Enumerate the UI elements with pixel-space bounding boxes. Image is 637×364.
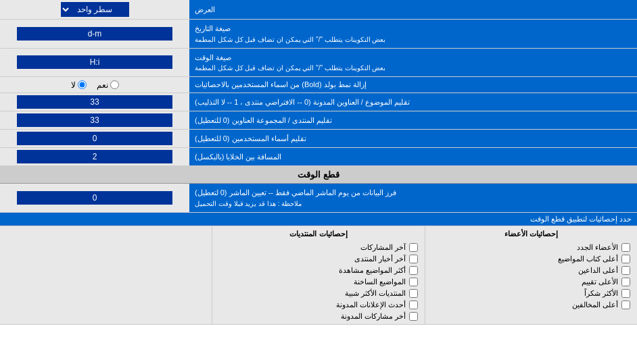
- display-label-text: العرض: [195, 5, 215, 14]
- bold-remove-controls: نعم لا: [0, 77, 189, 93]
- stats-section-label-text: حدد إحصائيات لتطبيق قطع الوقت: [530, 215, 632, 223]
- cb-last-posts-input[interactable]: [409, 243, 418, 252]
- usernames-input-wrapper: [0, 130, 189, 147]
- cb-new-members[interactable]: الأعضاء الجدد: [432, 243, 630, 252]
- topic-titles-input[interactable]: [17, 95, 172, 109]
- cutoff-main-label: فرز البيانات من يوم الماشر الماضي فقط --…: [195, 187, 396, 199]
- display-label: العرض: [189, 0, 637, 19]
- col-members-header: إحصائيات الأعضاء: [432, 230, 630, 238]
- cb-last-blog-posts-input[interactable]: [409, 312, 418, 321]
- cb-forum-news[interactable]: آخر أخبار المنتدى: [219, 255, 417, 263]
- cutoff-section-header: قطع الوقت: [0, 166, 637, 184]
- checkbox-col-forums: إحصائيات المنتديات آخر المشاركات آخر أخب…: [212, 226, 424, 324]
- time-format-sublabel: بعض التكوينات يتطلب "/" التي يمكن ان تضا…: [195, 63, 385, 73]
- cb-top-violators[interactable]: أعلى المخالفين: [432, 301, 630, 309]
- checkboxes-container: إحصائيات الأعضاء الأعضاء الجدد أعلى كتاب…: [0, 226, 637, 325]
- topic-titles-label: تقليم الموضوع / العناوين المدونة (0 -- ا…: [189, 93, 637, 111]
- stats-section-label: حدد إحصائيات لتطبيق قطع الوقت: [0, 213, 637, 226]
- cutoff-row: فرز البيانات من يوم الماشر الماضي فقط --…: [0, 184, 637, 213]
- forum-group-label-text: تقليم المنتدى / المجموعة العناوين (0 للت…: [195, 116, 332, 125]
- time-format-row: صيغة الوقت بعض التكوينات يتطلب "/" التي …: [0, 49, 637, 78]
- time-format-input-wrapper: [0, 49, 189, 77]
- forum-group-input-wrapper: [0, 111, 189, 129]
- date-format-main-label: صيغة التاريخ: [195, 23, 231, 34]
- distance-input[interactable]: [17, 150, 172, 163]
- topic-titles-label-text: تقليم الموضوع / العناوين المدونة (0 -- ا…: [195, 98, 410, 107]
- cb-most-viewed[interactable]: أكثر المواضيع مشاهدة: [219, 266, 417, 275]
- date-format-label: صيغة التاريخ بعض التكوينات يتطلب "/" الت…: [189, 20, 637, 48]
- time-format-main-label: صيغة الوقت: [195, 52, 231, 63]
- cb-top-violators-input[interactable]: [621, 301, 630, 309]
- usernames-label-text: تقليم أسماء المستخدمين (0 للتعطيل): [195, 134, 306, 143]
- bold-remove-no-text: لا: [71, 80, 76, 90]
- forum-group-row: تقليم المنتدى / المجموعة العناوين (0 للت…: [0, 111, 637, 130]
- cb-latest-blog-announcements[interactable]: أحدث الإعلانات المدونة: [219, 301, 417, 309]
- checkbox-col-members: إحصائيات الأعضاء الأعضاء الجدد أعلى كتاب…: [425, 226, 637, 324]
- cutoff-input-wrapper: [0, 184, 189, 212]
- cutoff-note-label: ملاحظة : هذا قد يزيد قبلا وقت التحميل: [195, 199, 302, 209]
- cutoff-input[interactable]: [17, 191, 172, 205]
- cb-most-similar-forums-input[interactable]: [409, 289, 418, 298]
- checkbox-col-extra: [0, 226, 212, 324]
- cb-top-rated[interactable]: الأعلى تقييم: [432, 278, 630, 286]
- date-format-input[interactable]: [17, 27, 172, 41]
- time-format-label: صيغة الوقت بعض التكوينات يتطلب "/" التي …: [189, 49, 637, 77]
- col-forums-header: إحصائيات المنتديات: [219, 230, 417, 238]
- cb-most-viewed-input[interactable]: [409, 266, 418, 275]
- cb-top-inviters-input[interactable]: [621, 266, 630, 275]
- usernames-row: تقليم أسماء المستخدمين (0 للتعطيل): [0, 130, 637, 148]
- usernames-label: تقليم أسماء المستخدمين (0 للتعطيل): [189, 130, 637, 147]
- cb-latest-blog-announcements-input[interactable]: [409, 301, 418, 309]
- cb-most-thanks-input[interactable]: [621, 289, 630, 298]
- display-control: سطر واحد سطران ثلاثة أسطر: [0, 0, 189, 19]
- bold-remove-label-text: إزالة نمط بولد (Bold) من اسماء المستخدمي…: [195, 80, 367, 89]
- bold-remove-row: إزالة نمط بولد (Bold) من اسماء المستخدمي…: [0, 77, 637, 93]
- usernames-input[interactable]: [17, 132, 172, 145]
- cb-last-posts[interactable]: آخر المشاركات: [219, 243, 417, 252]
- bold-remove-yes-radio[interactable]: [110, 80, 119, 89]
- date-format-input-wrapper: [0, 20, 189, 48]
- cb-last-blog-posts[interactable]: أخر مشاركات المدونة: [219, 312, 417, 321]
- bold-remove-yes-label[interactable]: نعم: [97, 80, 119, 90]
- cb-most-similar-forums[interactable]: المنتديات الأكثر شبية: [219, 289, 417, 298]
- bold-remove-no-label[interactable]: لا: [71, 80, 87, 90]
- distance-row: المسافة بين الخلايا (بالبكسل): [0, 148, 637, 166]
- topic-titles-input-wrapper: [0, 93, 189, 111]
- cutoff-label: فرز البيانات من يوم الماشر الماضي فقط --…: [189, 184, 637, 212]
- distance-label: المسافة بين الخلايا (بالبكسل): [189, 148, 637, 165]
- distance-input-wrapper: [0, 148, 189, 165]
- cutoff-section-title: قطع الوقت: [298, 170, 339, 180]
- bold-remove-no-radio[interactable]: [78, 80, 87, 89]
- display-dropdown[interactable]: سطر واحد سطران ثلاثة أسطر: [61, 2, 129, 17]
- main-container: العرض سطر واحد سطران ثلاثة أسطر صيغة الت…: [0, 0, 637, 325]
- bold-remove-label: إزالة نمط بولد (Bold) من اسماء المستخدمي…: [189, 77, 637, 93]
- cb-forum-news-input[interactable]: [409, 255, 418, 263]
- distance-label-text: المسافة بين الخلايا (بالبكسل): [195, 153, 282, 161]
- cb-top-topic-writers-input[interactable]: [621, 255, 630, 263]
- cb-top-inviters[interactable]: أعلى الداعين: [432, 266, 630, 275]
- bold-remove-yes-text: نعم: [97, 80, 108, 90]
- forum-group-input[interactable]: [17, 113, 172, 127]
- cb-most-thanks[interactable]: الأكثر شكراً: [432, 289, 630, 298]
- date-format-row: صيغة التاريخ بعض التكوينات يتطلب "/" الت…: [0, 20, 637, 49]
- forum-group-label: تقليم المنتدى / المجموعة العناوين (0 للت…: [189, 111, 637, 129]
- cb-top-rated-input[interactable]: [621, 278, 630, 286]
- cb-new-members-input[interactable]: [621, 243, 630, 252]
- cb-top-topic-writers[interactable]: أعلى كتاب المواضيع: [432, 255, 630, 263]
- cb-hot-topics[interactable]: المواضيع الساخنة: [219, 278, 417, 286]
- cb-hot-topics-input[interactable]: [409, 278, 418, 286]
- topic-titles-row: تقليم الموضوع / العناوين المدونة (0 -- ا…: [0, 93, 637, 111]
- display-row: العرض سطر واحد سطران ثلاثة أسطر: [0, 0, 637, 20]
- date-format-sublabel: بعض التكوينات يتطلب "/" التي يمكن ان تضا…: [195, 34, 385, 45]
- time-format-input[interactable]: [17, 55, 172, 69]
